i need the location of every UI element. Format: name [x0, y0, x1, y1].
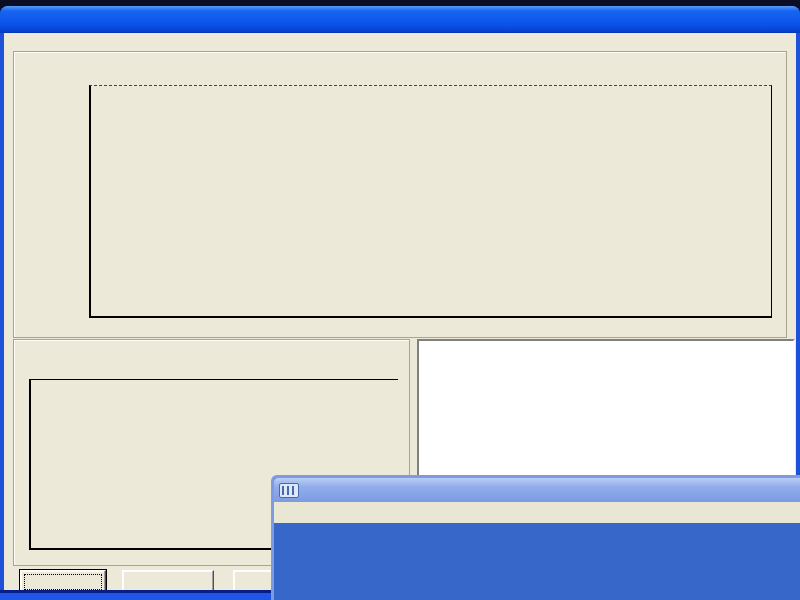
- info-gap: [425, 344, 787, 358]
- on-screen-keyboard-window: [271, 475, 800, 600]
- hdtach-title-bar[interactable]: [0, 6, 800, 33]
- sequential-read-plot: [89, 85, 772, 318]
- osk-title-bar[interactable]: [274, 478, 800, 502]
- keyboard-icon: [279, 483, 299, 498]
- focus-rectangle: [24, 574, 102, 590]
- sequential-read-panel: [13, 51, 787, 338]
- osk-key-area: [274, 523, 800, 600]
- desktop: [0, 0, 800, 600]
- osk-menu-bar: [274, 502, 800, 523]
